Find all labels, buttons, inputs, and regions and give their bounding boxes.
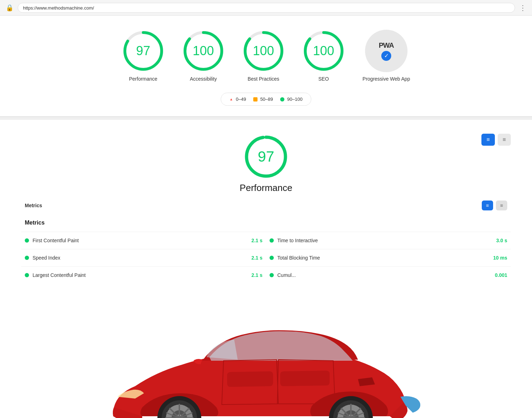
seo-label: SEO [318, 76, 329, 82]
legend-green-icon [280, 97, 284, 101]
pwa-check-icon: ✓ [381, 51, 391, 61]
metrics-header-row: Metrics ≡ ≡ [21, 201, 511, 210]
score-item-performance: 97 Performance [122, 30, 164, 82]
metrics-header-label: Metrics [25, 203, 42, 208]
view-toggle-grid-button[interactable]: ≡ [498, 134, 511, 146]
metric-value-lcp: 2.1 s [251, 272, 262, 278]
seo-value: 100 [313, 43, 334, 58]
scores-section: 97 Performance 100 Accessibility [0, 16, 532, 117]
view-toggle: ≡ ≡ [481, 134, 511, 146]
best-practices-gauge: 100 [242, 30, 285, 72]
performance-value: 97 [136, 43, 150, 58]
metric-dot-lcp [25, 273, 29, 277]
best-practices-value: 100 [253, 43, 274, 58]
score-item-accessibility: 100 Accessibility [182, 30, 225, 82]
metric-dot-si [25, 256, 29, 260]
metric-value-tbt: 10 ms [493, 255, 507, 261]
perf-header: 97 Performance [21, 134, 511, 193]
legend-red-label: 0–49 [236, 97, 246, 102]
performance-section: 97 Performance ≡ ≡ Metrics ≡ ≡ Metrics F… [0, 120, 532, 294]
metrics-toggle: ≡ ≡ [482, 201, 507, 210]
pwa-badge: PWA ✓ [365, 30, 407, 72]
performance-gauge: 97 [122, 30, 164, 72]
metrics-section-title: Metrics [21, 216, 511, 232]
accessibility-label: Accessibility [190, 76, 217, 82]
legend-item-green: 90–100 [280, 97, 302, 102]
metric-row-cls: Cumul... 0.001 [266, 266, 511, 284]
browser-menu-icon[interactable]: ⋮ [519, 4, 526, 12]
performance-label: Performance [129, 76, 157, 82]
browser-chrome: 🔒 https://www.methodsmachine.com/ ⋮ [0, 0, 532, 16]
score-item-best-practices: 100 Best Practices [242, 30, 285, 82]
metric-dot-cls [270, 273, 274, 277]
metric-dot-fcp [25, 238, 29, 243]
legend-item-orange: 50–89 [253, 97, 273, 102]
scores-row: 97 Performance 100 Accessibility [122, 30, 410, 82]
metric-name-tbt: Total Blocking Time [277, 255, 490, 261]
metric-name-lcp: Largest Contentful Paint [33, 272, 248, 278]
perf-detail-title: Performance [240, 182, 293, 193]
metric-value-si: 2.1 s [251, 255, 262, 261]
score-item-pwa: PWA ✓ Progressive Web App [363, 30, 410, 82]
perf-detail-value: 97 [258, 148, 274, 165]
car-image-section [0, 294, 532, 418]
metric-row-lcp: Largest Contentful Paint 2.1 s [21, 266, 266, 284]
score-item-seo: 100 SEO [302, 30, 345, 82]
metric-value-tti: 3.0 s [496, 238, 507, 243]
legend-red-icon: ▲ [230, 97, 233, 101]
metric-row-fcp: First Contentful Paint 2.1 s [21, 232, 266, 249]
legend-green-label: 90–100 [287, 97, 302, 102]
section-divider [0, 117, 532, 120]
metric-value-fcp: 2.1 s [251, 238, 262, 243]
metrics-toggle-inactive-button[interactable]: ≡ [496, 201, 507, 210]
view-toggle-list-button[interactable]: ≡ [481, 134, 495, 146]
metric-name-si: Speed Index [33, 255, 248, 261]
metrics-toggle-active-button[interactable]: ≡ [482, 201, 493, 210]
pwa-label: Progressive Web App [363, 76, 410, 82]
accessibility-value: 100 [193, 43, 214, 58]
metric-dot-tti [270, 238, 274, 243]
legend-orange-label: 50–89 [260, 97, 273, 102]
metric-dot-tbt [270, 256, 274, 260]
metric-row-tti: Time to Interactive 3.0 s [266, 232, 511, 249]
legend-item-red: ▲ 0–49 [230, 97, 246, 102]
score-legend: ▲ 0–49 50–89 90–100 [221, 93, 311, 106]
accessibility-gauge: 100 [182, 30, 225, 72]
metric-row-tbt: Total Blocking Time 10 ms [266, 249, 511, 266]
main-content: 97 Performance 100 Accessibility [0, 16, 532, 418]
seo-gauge: 100 [302, 30, 345, 72]
url-bar[interactable]: https://www.methodsmachine.com/ [18, 3, 515, 13]
perf-detail-gauge: 97 [243, 134, 289, 180]
metrics-grid: First Contentful Paint 2.1 s Time to Int… [21, 232, 511, 284]
metric-name-cls: Cumul... [277, 272, 491, 278]
metric-name-tti: Time to Interactive [277, 238, 493, 243]
best-practices-label: Best Practices [248, 76, 279, 82]
metric-value-cls: 0.001 [495, 272, 507, 278]
lock-icon: 🔒 [6, 4, 13, 12]
pwa-text: PWA [379, 41, 394, 50]
legend-orange-icon [253, 97, 258, 101]
metric-name-fcp: First Contentful Paint [33, 238, 248, 243]
metric-row-si: Speed Index 2.1 s [21, 249, 266, 266]
car-illustration [71, 301, 461, 418]
